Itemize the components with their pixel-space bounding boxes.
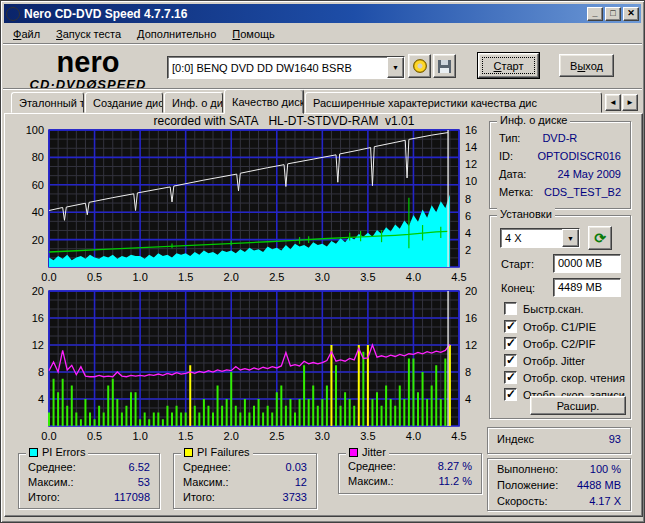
nero-logo: nero CD·DVDØSPEED: [15, 48, 161, 91]
svg-text:1.0: 1.0: [132, 430, 147, 442]
svg-text:20: 20: [32, 285, 44, 297]
menu-extra[interactable]: Дополнительно: [129, 26, 224, 42]
disc-info-row: Метка:CDS_TEST_B2: [499, 186, 621, 198]
checkbox-show-jitter[interactable]: [504, 354, 517, 367]
pi-failures-legend-swatch: [184, 448, 193, 457]
svg-text:14: 14: [465, 141, 477, 153]
disc-info-title: Инф. о диске: [497, 114, 570, 126]
exit-button[interactable]: Выход: [559, 54, 614, 77]
svg-text:4: 4: [465, 227, 471, 239]
svg-text:20: 20: [465, 285, 477, 297]
jitter-title: Jitter: [362, 446, 386, 458]
svg-text:100: 100: [26, 124, 44, 136]
end-mb-field[interactable]: 4489 MB: [553, 278, 621, 297]
maximize-button[interactable]: □: [605, 7, 621, 21]
tab-advanced-quality[interactable]: Расширенные характеристики качества дис: [305, 92, 602, 113]
svg-text:4.0: 4.0: [406, 430, 421, 442]
svg-text:80: 80: [32, 151, 44, 163]
end-mb-label: Конец:: [501, 282, 535, 294]
svg-text:0.0: 0.0: [41, 430, 56, 442]
drive-select[interactable]: [0:0] BENQ DVD DD DW1640 BSRB ▼: [167, 56, 405, 79]
app-window: Nero CD-DVD Speed 4.7.7.16 _ □ ✕ Файл За…: [0, 0, 645, 523]
svg-text:8: 8: [38, 366, 44, 378]
svg-text:0.0: 0.0: [41, 271, 56, 283]
checkbox-show-write-speed[interactable]: [504, 388, 517, 401]
start-mb-label: Старт:: [501, 258, 534, 270]
tab-scroll-left-icon[interactable]: ◄: [605, 94, 621, 111]
svg-text:recorded with SATA HL-DT-STD: recorded with SATA HL-DT-STDVD-RAM v1.01: [154, 114, 415, 128]
svg-text:1.5: 1.5: [178, 271, 193, 283]
svg-text:4: 4: [465, 393, 471, 405]
jitter-legend-swatch: [349, 448, 358, 457]
separator: [3, 88, 642, 90]
svg-text:4.5: 4.5: [451, 430, 466, 442]
svg-text:1.0: 1.0: [132, 271, 147, 283]
svg-text:2.0: 2.0: [224, 271, 239, 283]
menu-help[interactable]: Помощь: [224, 26, 283, 42]
svg-text:10: 10: [465, 175, 477, 187]
app-icon: [6, 7, 20, 21]
svg-text:3.0: 3.0: [315, 430, 330, 442]
checkbox-show-read-speed[interactable]: [504, 371, 517, 384]
svg-text:2.5: 2.5: [269, 430, 284, 442]
svg-text:12: 12: [465, 158, 477, 170]
pi-errors-title: PI Errors: [42, 446, 85, 458]
checkbox-show-c2-pif[interactable]: [504, 337, 517, 350]
menu-bar: Файл Запуск теста Дополнительно Помощь: [5, 24, 640, 43]
tab-scroll-right-icon[interactable]: ►: [622, 94, 638, 111]
svg-text:4.0: 4.0: [406, 271, 421, 283]
svg-text:3.5: 3.5: [360, 430, 375, 442]
disc-info-row: Тип:DVD-R: [499, 132, 621, 144]
svg-text:4: 4: [38, 393, 44, 405]
window-title: Nero CD-DVD Speed 4.7.7.16: [24, 7, 187, 21]
checkbox-show-c1-pie[interactable]: [504, 320, 517, 333]
svg-text:12: 12: [465, 339, 477, 351]
menu-run-test[interactable]: Запуск теста: [48, 26, 129, 42]
disc-tool-button[interactable]: [408, 54, 431, 78]
svg-text:2.5: 2.5: [269, 271, 284, 283]
svg-text:3.0: 3.0: [315, 271, 330, 283]
pi-failures-group: PI Failures Среднее:0.03 Максим.:12 Итог…: [173, 453, 317, 509]
disc-info-row: ID:OPTODISCR016: [499, 150, 621, 162]
pi-errors-legend-swatch: [29, 448, 38, 457]
quality-chart-top: 204060801002468101214160.00.51.01.52.02.…: [21, 113, 489, 285]
pi-failures-title: PI Failures: [197, 446, 250, 458]
start-button[interactable]: Старт: [478, 53, 539, 78]
chevron-down-icon[interactable]: ▼: [562, 229, 579, 247]
pi-errors-group: PI Errors Среднее:6.52 Максим.:53 Итого:…: [18, 453, 160, 509]
svg-text:4.5: 4.5: [451, 271, 466, 283]
tab-disc-info[interactable]: Инф. о диске: [164, 92, 223, 113]
index-label: Индекс: [497, 433, 534, 445]
svg-text:3.5: 3.5: [360, 271, 375, 283]
title-bar[interactable]: Nero CD-DVD Speed 4.7.7.16 _ □ ✕: [4, 4, 641, 23]
minimize-button[interactable]: _: [587, 7, 603, 21]
svg-text:8: 8: [465, 193, 471, 205]
tab-benchmark[interactable]: Эталонный тест: [11, 92, 84, 113]
refresh-button[interactable]: ⟳: [588, 226, 612, 250]
start-mb-field[interactable]: 0000 MB: [553, 254, 621, 273]
refresh-icon: ⟳: [594, 232, 606, 244]
speed-select[interactable]: 4 X ▼: [500, 228, 580, 248]
tab-create-disc[interactable]: Создание диска: [85, 92, 163, 113]
svg-text:2.0: 2.0: [224, 430, 239, 442]
checkbox-fast-scan[interactable]: [504, 302, 517, 315]
chevron-down-icon[interactable]: ▼: [387, 57, 404, 78]
settings-group: Установки 4 X ▼ ⟳ Старт: 0000 MB Конец: …: [489, 215, 631, 419]
speed-select-value: 4 X: [505, 232, 522, 244]
svg-text:16: 16: [32, 312, 44, 324]
separator: [3, 43, 642, 45]
svg-text:60: 60: [32, 179, 44, 191]
svg-text:0.5: 0.5: [87, 271, 102, 283]
disc-info-group: Инф. о диске Тип:DVD-R ID:OPTODISCR016 Д…: [489, 121, 631, 209]
svg-text:40: 40: [32, 206, 44, 218]
tab-disc-quality[interactable]: Качество диска: [224, 89, 304, 114]
menu-file[interactable]: Файл: [5, 26, 48, 42]
svg-text:16: 16: [465, 124, 477, 136]
index-value: 93: [609, 433, 621, 445]
index-box: Индекс93: [487, 427, 631, 454]
close-button[interactable]: ✕: [623, 7, 639, 21]
advanced-button[interactable]: Расшир.: [530, 396, 626, 415]
svg-text:20: 20: [32, 234, 44, 246]
drive-select-value: [0:0] BENQ DVD DD DW1640 BSRB: [172, 62, 352, 74]
save-button[interactable]: [433, 54, 456, 78]
